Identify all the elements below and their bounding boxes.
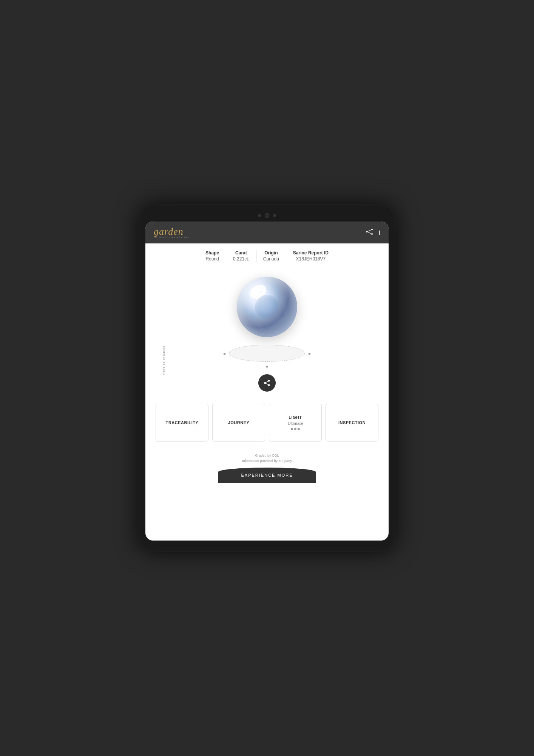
main-content: Powered by Sarine Shape Round Carat 0.22… (145, 243, 389, 541)
svg-point-1 (371, 229, 373, 230)
origin-value: Canada (263, 256, 279, 262)
content-wrapper: Powered by Sarine Shape Round Carat 0.22… (145, 243, 389, 483)
journey-title: JOURNEY (228, 420, 250, 425)
experience-more-container: EXPERIENCE MORE (145, 468, 389, 483)
dot-1 (291, 428, 293, 430)
info-cell-report: Sarine Report ID X18JEH018V7 (286, 250, 335, 262)
origin-label: Origin (264, 250, 278, 256)
info-icon[interactable]: i (379, 229, 380, 237)
feature-card-journey[interactable]: JOURNEY (212, 404, 265, 442)
report-label: Sarine Report ID (293, 250, 329, 256)
light-title: LIGHT (289, 415, 302, 420)
dot-2 (294, 428, 296, 430)
rotate-right-arrow[interactable]: ▸ (309, 350, 311, 356)
svg-marker-10 (267, 280, 278, 297)
light-dots (291, 428, 300, 430)
carat-label: Carat (235, 250, 247, 256)
svg-point-16 (268, 380, 270, 382)
feature-card-inspection[interactable]: INSPECTION (326, 404, 378, 442)
svg-marker-14 (267, 316, 286, 333)
footer-line2: Information provided by 3rd party (242, 458, 292, 463)
shape-value: Round (205, 256, 219, 262)
svg-point-2 (371, 233, 373, 235)
rotate-down-arrow: ▾ (266, 364, 268, 370)
svg-point-17 (264, 382, 266, 384)
info-cell-carat: Carat 0.221ct. (226, 250, 256, 262)
rotate-left-arrow[interactable]: ◂ (223, 350, 225, 356)
down-arrow-icon: ▾ (266, 364, 268, 370)
diamond-image[interactable] (237, 277, 297, 337)
svg-line-4 (367, 232, 371, 234)
camera-bar (145, 211, 389, 222)
svg-line-3 (367, 230, 371, 232)
tablet-screen: garden HUMAN CREATIONS i (145, 222, 389, 541)
header-icons: i (365, 228, 380, 238)
experience-more-button[interactable]: EXPERIENCE MORE (218, 468, 316, 483)
rotate-oval[interactable] (229, 345, 305, 362)
dot-3 (298, 428, 300, 430)
network-icon[interactable] (365, 228, 373, 238)
svg-point-0 (366, 231, 367, 232)
camera-dot-left (258, 214, 261, 217)
camera-dot-main (265, 213, 269, 218)
shape-label: Shape (205, 250, 219, 256)
share-button[interactable] (258, 374, 276, 392)
feature-card-traceability[interactable]: TRACEABILITY (156, 404, 208, 442)
feature-card-light[interactable]: LIGHT Ultimate (269, 404, 322, 442)
svg-line-20 (266, 381, 268, 382)
svg-line-19 (266, 383, 268, 384)
svg-point-18 (268, 384, 270, 386)
footer-text: Graded by CGL Information provided by 3r… (242, 445, 292, 468)
powered-by: Powered by Sarine (159, 346, 166, 375)
diamond-info: Shape Round Carat 0.221ct. Origin Canada… (199, 243, 335, 265)
tablet-device: garden HUMAN CREATIONS i (139, 204, 395, 552)
carat-value: 0.221ct. (233, 256, 249, 262)
camera-dot-right (273, 214, 276, 217)
diamond-area (145, 265, 389, 341)
app-header: garden HUMAN CREATIONS i (145, 222, 389, 243)
rotate-control: ◂ ▸ (145, 345, 389, 362)
feature-cards: TRACEABILITY JOURNEY LIGHT Ultimate (145, 396, 389, 445)
report-value: X18JEH018V7 (296, 256, 326, 262)
footer-line1: Graded by CGL (242, 453, 292, 458)
info-cell-origin: Origin Canada (256, 250, 286, 262)
svg-marker-15 (248, 316, 267, 333)
light-subtitle: Ultimate (288, 421, 303, 426)
svg-marker-11 (256, 280, 267, 297)
logo-sub: HUMAN CREATIONS (154, 236, 190, 239)
inspection-title: INSPECTION (338, 420, 366, 425)
info-cell-shape: Shape Round (199, 250, 226, 262)
traceability-title: TRACEABILITY (166, 420, 199, 425)
logo-text: garden (154, 226, 184, 237)
app-logo: garden HUMAN CREATIONS (154, 226, 190, 239)
